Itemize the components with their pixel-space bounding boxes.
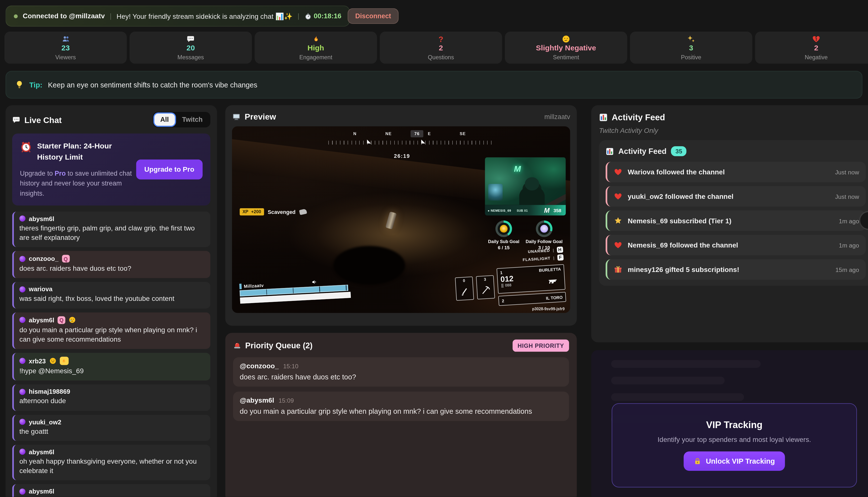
chat-message[interactable]: conzooo_ Q does arc. raiders have duos e… bbox=[12, 251, 210, 278]
chat-filter-all[interactable]: All bbox=[154, 114, 175, 126]
stream-preview-video: N NE 76 E SE 26:19 XP+200 Scavenged bbox=[232, 126, 570, 313]
queue-message-text: does arc. raiders have duos etc too? bbox=[240, 373, 562, 381]
chat-message[interactable]: abysm6l theres fingertip grip, palm grip… bbox=[12, 211, 210, 247]
alarm-clock-icon bbox=[20, 141, 32, 153]
unlock-vip-button[interactable]: Unlock VIP Tracking bbox=[683, 452, 785, 471]
vip-tracking-panel: VIP Tracking Identify your top spenders … bbox=[591, 350, 868, 497]
blurred-row bbox=[611, 393, 744, 401]
follow-goal-ring bbox=[536, 221, 552, 237]
sparkles-icon bbox=[687, 35, 695, 43]
speaker-icon bbox=[311, 279, 318, 285]
chat-message-text: does arc. raiders have duos etc too? bbox=[19, 264, 205, 274]
avatar bbox=[19, 358, 26, 364]
stat-engagement: High Engagement bbox=[254, 32, 377, 64]
activity-event-time: 1m ago bbox=[839, 217, 859, 224]
pc-tower bbox=[488, 184, 503, 200]
starter-plan-card: Starter Plan: 24-Hour History Limit Upgr… bbox=[12, 133, 210, 205]
pickaxe-icon bbox=[480, 284, 491, 296]
activity-event[interactable]: yuuki_ow2 followed the channel Just now bbox=[606, 186, 866, 207]
chat-message[interactable]: xrb23 !hype @Nemesis_69 bbox=[12, 353, 210, 381]
activity-feed-title: Activity Feed bbox=[612, 112, 665, 122]
high-priority-badge: HIGH PRIORITY bbox=[513, 340, 569, 352]
bulb-icon bbox=[15, 80, 24, 89]
heart-icon bbox=[614, 241, 622, 249]
player-name: Millzaatv bbox=[244, 283, 264, 289]
activity-event[interactable]: Wariova followed the channel Just now bbox=[606, 162, 866, 182]
chat-username: xrb23 bbox=[29, 357, 46, 364]
live-chat-panel: Live Chat All Twitch Starter Plan: 24-Ho… bbox=[5, 105, 217, 497]
weapon-slot-2: 2 IL TORO bbox=[498, 292, 566, 306]
divider: | bbox=[110, 12, 112, 20]
weapon2-name: IL TORO bbox=[546, 295, 563, 300]
chat-message-text: do you main a particular grip style when… bbox=[19, 325, 205, 344]
stat-label: Questions bbox=[428, 54, 454, 60]
activity-event-text: Wariova followed the channel bbox=[628, 168, 725, 176]
activity-event[interactable]: Nemesis_69 followed the channel 1m ago bbox=[606, 235, 866, 255]
disconnect-button[interactable]: Disconnect bbox=[348, 9, 399, 24]
blurred-row bbox=[611, 360, 760, 368]
daily-sub-goal: Daily Sub Goal 6 / 15 bbox=[488, 221, 519, 250]
stat-negative: 2 Negative bbox=[755, 32, 868, 64]
weapons-hud: UNARMED | H FLASHLIGHT | F 0 3 bbox=[454, 246, 566, 309]
activity-event-time: Just now bbox=[835, 193, 859, 200]
queue-username: @abysm6l bbox=[240, 396, 274, 404]
chat-message-text: theres fingertip grip, palm grip, and cl… bbox=[19, 224, 205, 243]
stream-stats-bar: ● NEMESIS_69 SUB X1 M 358 bbox=[485, 205, 565, 216]
siren-icon bbox=[233, 341, 241, 350]
player-health-hud: Millzaatv bbox=[239, 278, 351, 303]
chat-filter-twitch[interactable]: Twitch bbox=[176, 114, 209, 126]
stat-value: 20 bbox=[187, 44, 195, 53]
keycap-f: F bbox=[557, 254, 564, 260]
queue-timestamp: 15:10 bbox=[283, 363, 298, 370]
glove-icon bbox=[299, 209, 307, 215]
chat-username: abysm6l bbox=[29, 316, 54, 323]
stat-label: Viewers bbox=[55, 54, 76, 60]
neon-m-sign: M bbox=[514, 164, 521, 173]
blurred-row bbox=[611, 377, 724, 384]
avatar bbox=[19, 317, 26, 323]
chat-message[interactable]: hismaj198869 afternoon dude bbox=[12, 385, 210, 411]
people-icon bbox=[61, 35, 70, 43]
activity-event-text: Nemesis_69 subscribed (Tier 1) bbox=[628, 217, 732, 225]
lock-icon bbox=[694, 457, 701, 465]
divider: | bbox=[297, 12, 299, 20]
queue-item[interactable]: @abysm6l 15:09 do you main a particular … bbox=[233, 392, 569, 421]
bar-chart-icon bbox=[606, 147, 614, 155]
activity-count-badge: 35 bbox=[671, 146, 687, 156]
activity-event[interactable]: Nemesis_69 subscribed (Tier 1) 1m ago bbox=[606, 211, 866, 231]
tip-text: Keep an eye on sentiment shifts to catch… bbox=[48, 81, 257, 89]
goal-widgets: Daily Sub Goal 6 / 15 Daily Follow Goal … bbox=[485, 221, 565, 250]
stat-value: High bbox=[308, 44, 324, 53]
streamer-silhouette bbox=[519, 186, 545, 205]
priority-queue-list: @conzooo_ 15:10 does arc. raiders have d… bbox=[233, 357, 569, 421]
pistol-icon bbox=[544, 276, 561, 287]
stat-viewers: 23 Viewers bbox=[4, 32, 127, 64]
chat-username: yuuki_ow2 bbox=[29, 418, 61, 425]
gift-icon bbox=[614, 265, 622, 274]
chat-message[interactable]: abysm6l fingertip grip mouse* bbox=[12, 484, 210, 497]
heart-icon bbox=[614, 168, 622, 176]
stat-label: Negative bbox=[805, 54, 828, 60]
chat-message[interactable]: wariova was said right, thx boss, loved … bbox=[12, 282, 210, 308]
session-timer-value: 00:18:16 bbox=[314, 12, 341, 20]
gear-slot-3: 3 bbox=[476, 275, 495, 299]
avatar bbox=[19, 419, 26, 425]
stat-value: 3 bbox=[689, 44, 693, 53]
question-mark-icon: ? bbox=[439, 35, 443, 43]
stat-value: 2 bbox=[439, 44, 443, 53]
chat-message[interactable]: abysm6l oh yeah happy thanksgiving every… bbox=[12, 445, 210, 481]
chat-username: hismaj198869 bbox=[29, 388, 70, 395]
queue-item[interactable]: @conzooo_ 15:10 does arc. raiders have d… bbox=[233, 357, 569, 387]
activity-event[interactable]: minesy126 gifted 5 subscriptions! 15m ag… bbox=[606, 259, 866, 280]
chat-message-text: !hype @Nemesis_69 bbox=[19, 367, 205, 376]
upgrade-to-pro-button[interactable]: Upgrade to Pro bbox=[136, 159, 203, 179]
chat-username: abysm6l bbox=[29, 215, 54, 222]
flashlight-label: FLASHLIGHT bbox=[523, 256, 551, 262]
stat-sentiment: Slightly Negative Sentiment bbox=[505, 32, 627, 64]
keycap-h: H bbox=[557, 246, 563, 253]
chat-message[interactable]: yuuki_ow2 the goattt bbox=[12, 414, 210, 441]
sidekick-message: Hey! Your friendly stream sidekick is an… bbox=[117, 12, 293, 20]
star-icon bbox=[614, 217, 622, 225]
chat-message[interactable]: abysm6l Q do you main a particular grip … bbox=[12, 312, 210, 349]
xp-chip: XP+200 bbox=[240, 208, 264, 215]
